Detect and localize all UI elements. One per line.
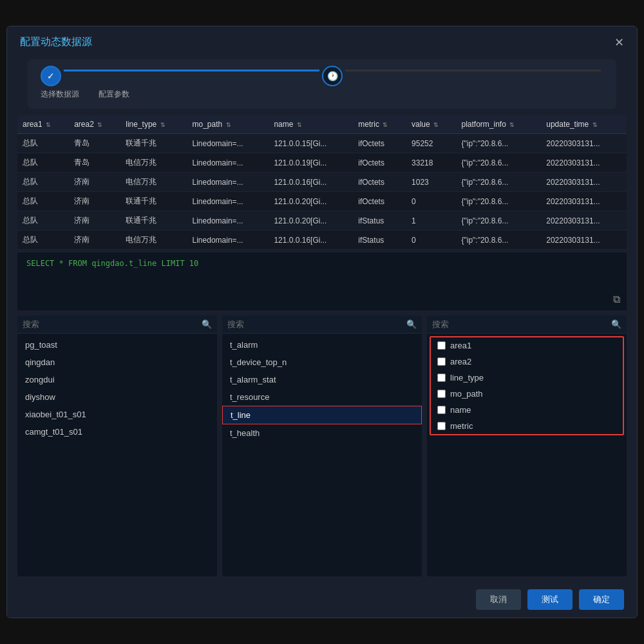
table-cell: 总队: [17, 153, 69, 173]
close-button[interactable]: ✕: [614, 37, 624, 48]
right-search-icon: 🔍: [611, 319, 621, 329]
mid-list: t_alarmt_device_top_nt_alarm_statt_resou…: [222, 334, 422, 576]
right-checkbox-item: name: [431, 402, 623, 418]
table-cell: 青岛: [69, 134, 120, 153]
table-row: 总队济南联通千兆Linedomain=...121.0.0.20[Gi...if…: [17, 192, 627, 211]
table-cell: 电信万兆: [120, 231, 187, 250]
table-cell: Linedomain=...: [187, 192, 269, 211]
left-list-item[interactable]: qingdan: [17, 354, 217, 371]
table-row: 总队济南联通千兆Linedomain=...121.0.0.20[Gi...if…: [17, 211, 627, 231]
table-cell: 20220303131...: [541, 134, 627, 153]
table-row: 总队济南电信万兆Linedomain=...121.0.0.16[Gi...if…: [17, 173, 627, 192]
three-col-panel: 🔍 pg_toastqingdanzongduidiyshowxiaobei_t…: [17, 316, 627, 576]
left-list-item[interactable]: pg_toast: [17, 336, 217, 354]
data-table-wrapper: area1 ⇅ area2 ⇅ line_type ⇅ mo_path ⇅ na…: [17, 115, 627, 250]
table-cell: 0: [406, 231, 456, 250]
table-cell: Linedomain=...: [187, 231, 269, 250]
table-cell: 电信万兆: [120, 173, 187, 192]
left-search-bar: 🔍: [17, 316, 217, 334]
left-list-item[interactable]: zongdui: [17, 371, 217, 388]
copy-icon[interactable]: ⧉: [613, 293, 620, 305]
mid-list-item[interactable]: t_alarm_stat: [222, 371, 422, 388]
table-cell: 总队: [17, 134, 69, 153]
checkbox-input[interactable]: [437, 357, 446, 366]
checkbox-input[interactable]: [437, 422, 446, 430]
table-cell: 联通千兆: [120, 134, 187, 153]
table-cell: ifOctets: [353, 134, 406, 153]
col-line-type: line_type ⇅: [120, 115, 187, 134]
table-cell: 121.0.0.16[Gi...: [269, 173, 353, 192]
check-icon: [47, 71, 55, 81]
table-cell: 济南: [69, 231, 120, 250]
checkbox-input[interactable]: [437, 390, 446, 398]
left-list-item[interactable]: xiaobei_t01_s01: [17, 406, 217, 423]
table-cell: 20220303131...: [541, 211, 627, 231]
mid-list-item[interactable]: t_line: [222, 406, 422, 424]
data-table: area1 ⇅ area2 ⇅ line_type ⇅ mo_path ⇅ na…: [17, 115, 627, 250]
col-mo-path: mo_path ⇅: [187, 115, 269, 134]
mid-list-item[interactable]: t_alarm: [222, 336, 422, 354]
table-row: 总队青岛联通千兆Linedomain=...121.0.0.15[Gi...if…: [17, 134, 627, 153]
modal-title: 配置动态数据源: [20, 35, 92, 49]
left-list: pg_toastqingdanzongduidiyshowxiaobei_t01…: [17, 334, 217, 576]
mid-list-item[interactable]: t_resource: [222, 388, 422, 406]
mid-list-item[interactable]: t_device_top_n: [222, 354, 422, 371]
right-checkbox-list: area1area2line_typemo_pathnamemetric: [430, 336, 624, 435]
col-name: name ⇅: [269, 115, 353, 134]
table-cell: 总队: [17, 192, 69, 211]
right-search-input[interactable]: [432, 319, 611, 329]
right-checkbox-item: area1: [431, 337, 623, 354]
cancel-button[interactable]: 取消: [476, 589, 521, 610]
checkbox-label: area1: [450, 341, 471, 350]
table-cell: 济南: [69, 173, 120, 192]
left-list-item[interactable]: camgt_t01_s01: [17, 423, 217, 440]
mid-panel: 🔍 t_alarmt_device_top_nt_alarm_statt_res…: [222, 316, 422, 576]
test-button[interactable]: 测试: [527, 589, 573, 610]
modal-header: 配置动态数据源 ✕: [7, 26, 637, 55]
left-search-icon: 🔍: [202, 319, 212, 329]
modal-footer: 取消 测试 确定: [7, 582, 637, 618]
right-checkbox-item: metric: [431, 418, 623, 434]
table-row: 总队济南电信万兆Linedomain=...121.0.0.16[Gi...if…: [17, 231, 627, 250]
checkbox-label: area2: [450, 357, 471, 366]
table-cell: 联通千兆: [120, 192, 187, 211]
table-cell: 济南: [69, 192, 120, 211]
table-cell: 青岛: [69, 153, 120, 173]
table-cell: 总队: [17, 173, 69, 192]
table-cell: 121.0.0.15[Gi...: [269, 134, 353, 153]
step-line-1: [64, 70, 319, 71]
mid-search-bar: 🔍: [222, 316, 422, 334]
table-cell: {"ip":"20.8.6...: [456, 231, 541, 250]
mid-search-input[interactable]: [227, 319, 406, 329]
content-area: area1 ⇅ area2 ⇅ line_type ⇅ mo_path ⇅ na…: [7, 109, 637, 582]
confirm-button[interactable]: 确定: [579, 589, 624, 610]
right-list-inner: area1area2line_typemo_pathnamemetric: [431, 337, 623, 434]
left-list-item[interactable]: diyshow: [17, 388, 217, 406]
sql-text: SELECT * FROM qingdao.t_line LIMIT 10: [26, 259, 198, 268]
table-cell: 121.0.0.16[Gi...: [269, 231, 353, 250]
step-1: [41, 66, 61, 86]
table-cell: 121.0.0.20[Gi...: [269, 211, 353, 231]
checkbox-label: mo_path: [450, 389, 483, 399]
table-body: 总队青岛联通千兆Linedomain=...121.0.0.15[Gi...if…: [17, 134, 627, 250]
stepper: 选择数据源 配置参数: [28, 59, 616, 109]
mid-list-item[interactable]: t_health: [222, 424, 422, 442]
checkbox-input[interactable]: [437, 341, 446, 350]
table-cell: ifStatus: [353, 211, 406, 231]
clock-icon: [327, 71, 338, 81]
right-panel: 🔍 area1area2line_typemo_pathnamemetric: [427, 316, 627, 576]
left-search-input[interactable]: [23, 319, 202, 329]
step1-label: 选择数据源: [41, 89, 79, 100]
step1-circle: [41, 66, 61, 86]
checkbox-label: line_type: [450, 373, 484, 383]
table-cell: 济南: [69, 211, 120, 231]
table-cell: 95252: [406, 134, 456, 153]
col-area1: area1 ⇅: [17, 115, 69, 134]
checkbox-input[interactable]: [437, 374, 446, 382]
step2-circle: [322, 66, 343, 86]
checkbox-input[interactable]: [437, 406, 446, 414]
table-row: 总队青岛电信万兆Linedomain=...121.0.0.19[Gi...if…: [17, 153, 627, 173]
table-cell: 总队: [17, 211, 69, 231]
col-value: value ⇅: [406, 115, 456, 134]
table-cell: {"ip":"20.8.6...: [456, 211, 541, 231]
